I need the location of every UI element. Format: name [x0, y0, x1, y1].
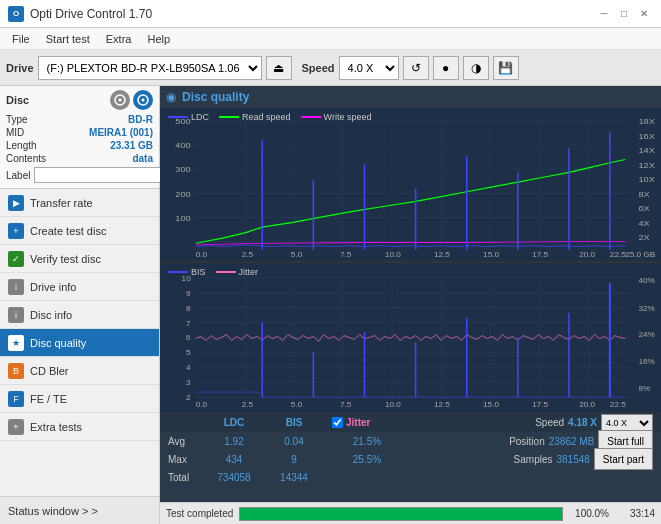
eject-button[interactable]: ⏏: [266, 56, 292, 80]
samples-row: Samples 381548 Start part: [514, 448, 653, 470]
nav-verify-test-disc[interactable]: ✓ Verify test disc: [0, 245, 159, 273]
svg-text:20.0: 20.0: [579, 251, 595, 259]
titlebar: O Opti Drive Control 1.70 ─ □ ✕: [0, 0, 661, 28]
main-content: ◉ Disc quality LDC Read speed: [160, 86, 661, 524]
speed-dropdown[interactable]: 4.0 X: [601, 414, 653, 432]
sidebar: Disc Type BD-R MID MEIRA1 (001) Length 2…: [0, 86, 160, 524]
menu-help[interactable]: Help: [139, 28, 178, 50]
legend-write: Write speed: [301, 112, 372, 122]
svg-text:10.0: 10.0: [385, 400, 401, 409]
svg-text:15.0: 15.0: [483, 400, 499, 409]
nav-drive-info[interactable]: i Drive info: [0, 273, 159, 301]
cd-bler-icon: B: [8, 363, 24, 379]
total-label: Total: [168, 472, 204, 483]
nav-disc-quality[interactable]: ★ Disc quality: [0, 329, 159, 357]
nav-disc-quality-label: Disc quality: [30, 337, 86, 349]
menubar: File Start test Extra Help: [0, 28, 661, 50]
nav-cd-bler-label: CD Bler: [30, 365, 69, 377]
create-test-disc-icon: +: [8, 223, 24, 239]
read-legend-line: [219, 116, 239, 118]
drive-label: Drive: [6, 62, 34, 74]
main-area: Disc Type BD-R MID MEIRA1 (001) Length 2…: [0, 86, 661, 524]
max-label: Max: [168, 454, 204, 465]
svg-text:8%: 8%: [639, 384, 651, 393]
svg-text:5.0: 5.0: [291, 251, 302, 259]
svg-text:12.5: 12.5: [434, 400, 450, 409]
bis-max-val: 9: [264, 454, 324, 465]
svg-text:25.0 GB: 25.0 GB: [625, 251, 655, 259]
chart-title-icon: ◉: [166, 90, 176, 104]
bis-legend-line: [168, 271, 188, 273]
disc-panel-header: Disc: [6, 90, 153, 110]
nav-cd-bler[interactable]: B CD Bler: [0, 357, 159, 385]
speed-val: 4.18 X: [568, 417, 597, 428]
bis-total-val: 14344: [264, 472, 324, 483]
svg-rect-4: [160, 108, 661, 261]
jitter-header-area: Jitter: [332, 417, 370, 428]
svg-text:32%: 32%: [639, 304, 655, 313]
speed-header-area: Speed 4.18 X 4.0 X: [535, 414, 653, 432]
svg-text:17.5: 17.5: [532, 400, 548, 409]
nav-transfer-rate[interactable]: ▶ Transfer rate: [0, 189, 159, 217]
nav-fe-te[interactable]: F FE / TE: [0, 385, 159, 413]
top-chart-svg: 500 400 300 200 100 18X 16X 14X 12X 10X …: [160, 108, 661, 261]
menu-extra[interactable]: Extra: [98, 28, 140, 50]
disc-length-key: Length: [6, 140, 37, 151]
close-button[interactable]: ✕: [635, 5, 653, 23]
svg-text:0.0: 0.0: [196, 400, 208, 409]
speed-select[interactable]: 4.0 X: [339, 56, 399, 80]
disc-icon2: [133, 90, 153, 110]
speed-key: Speed: [535, 417, 564, 428]
svg-text:6: 6: [186, 334, 191, 343]
minimize-button[interactable]: ─: [595, 5, 613, 23]
nav-disc-info-label: Disc info: [30, 309, 72, 321]
jitter-legend-label: Jitter: [239, 267, 259, 277]
ldc-max-val: 434: [204, 454, 264, 465]
disc-label-row: Label ✎: [6, 166, 153, 184]
jitter-max-val: 25.5%: [332, 454, 402, 465]
progress-bar-inner: [240, 508, 562, 520]
svg-text:2X: 2X: [639, 234, 651, 242]
action-button2[interactable]: ◑: [463, 56, 489, 80]
svg-text:3: 3: [186, 378, 191, 387]
svg-text:12X: 12X: [639, 161, 656, 169]
disc-type-key: Type: [6, 114, 28, 125]
refresh-button[interactable]: ↺: [403, 56, 429, 80]
start-part-button[interactable]: Start part: [594, 448, 653, 470]
total-row: Total 734058 14344: [160, 468, 661, 486]
disc-mid-key: MID: [6, 127, 24, 138]
svg-text:300: 300: [175, 166, 191, 174]
nav-extra-tests[interactable]: + Extra tests: [0, 413, 159, 441]
status-window-button[interactable]: Status window > >: [0, 496, 159, 524]
svg-text:8X: 8X: [639, 190, 651, 198]
save-button[interactable]: 💾: [493, 56, 519, 80]
svg-text:7: 7: [186, 319, 191, 328]
progress-time: 33:14: [615, 508, 655, 519]
nav-create-test-disc[interactable]: + Create test disc: [0, 217, 159, 245]
position-key: Position: [509, 436, 545, 447]
drive-select[interactable]: (F:) PLEXTOR BD-R PX-LB950SA 1.06: [38, 56, 262, 80]
bis-col-header: BIS: [264, 417, 324, 428]
jitter-legend-line: [216, 271, 236, 273]
svg-text:16X: 16X: [639, 132, 656, 140]
menu-file[interactable]: File: [4, 28, 38, 50]
nav-disc-info[interactable]: i Disc info: [0, 301, 159, 329]
svg-text:10X: 10X: [639, 176, 656, 184]
jitter-checkbox[interactable]: [332, 417, 343, 428]
svg-text:17.5: 17.5: [532, 251, 548, 259]
disc-label-input[interactable]: [34, 167, 167, 183]
nav-fe-te-label: FE / TE: [30, 393, 67, 405]
disc-panel: Disc Type BD-R MID MEIRA1 (001) Length 2…: [0, 86, 159, 189]
legend-read: Read speed: [219, 112, 291, 122]
ldc-col-header: LDC: [204, 417, 264, 428]
transfer-rate-icon: ▶: [8, 195, 24, 211]
svg-text:200: 200: [175, 190, 191, 198]
menu-start-test[interactable]: Start test: [38, 28, 98, 50]
app-icon: O: [8, 6, 24, 22]
nav-create-test-disc-label: Create test disc: [30, 225, 106, 237]
maximize-button[interactable]: □: [615, 5, 633, 23]
action-button1[interactable]: ●: [433, 56, 459, 80]
ldc-legend-line: [168, 116, 188, 118]
svg-text:8: 8: [186, 304, 191, 313]
svg-text:15.0: 15.0: [483, 251, 499, 259]
